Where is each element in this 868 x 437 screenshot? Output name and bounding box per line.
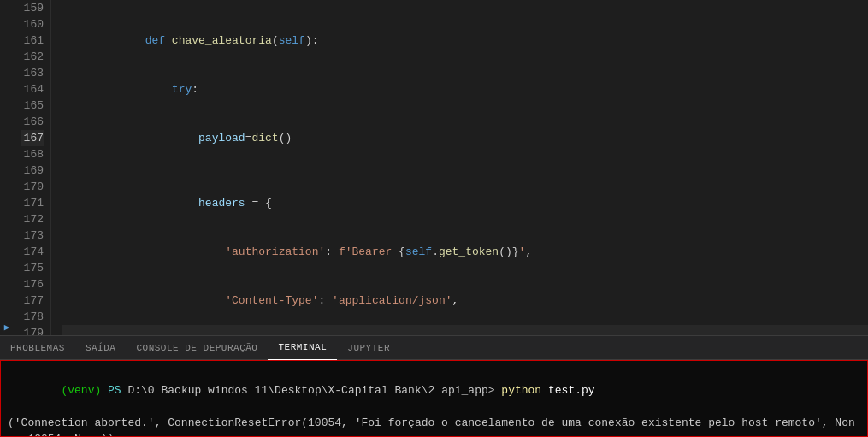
- code-line-164: headers = {: [62, 179, 868, 227]
- terminal-content[interactable]: (venv) PS D:\0 Backup windos 11\Desktop\…: [0, 360, 868, 437]
- panel-tabs: PROBLEMAS SAÍDA CONSOLE DE DEPURAÇÃO TER…: [0, 336, 868, 360]
- tab-console[interactable]: CONSOLE DE DEPURAÇÃO: [126, 336, 268, 360]
- code-line-159: [62, 0, 868, 16]
- editor-container: ▶ 159 160 161 162 163 164 165 166 167 16…: [0, 0, 868, 437]
- code-line-165: 'authorization': f'Bearer {self.get_toke…: [62, 227, 868, 276]
- code-line-161: try:: [62, 65, 868, 114]
- code-line-162: payload=dict(): [62, 114, 868, 162]
- left-gutter: ▶: [0, 0, 14, 335]
- code-area: ▶ 159 160 161 162 163 164 165 166 167 16…: [0, 0, 868, 335]
- tab-saida[interactable]: SAÍDA: [75, 336, 127, 360]
- code-line-163: [62, 162, 868, 179]
- line-numbers: 159 160 161 162 163 164 165 166 167 168 …: [14, 0, 51, 335]
- code-line-166: 'Content-Type': 'application/json',: [62, 276, 868, 325]
- terminal-line-1: (venv) PS D:\0 Backup windos 11\Desktop\…: [8, 366, 860, 415]
- code-line-167: 'x-client-cert-pem': self.certificado,: [62, 325, 868, 335]
- code-content[interactable]: def chave_aleatoria(self): try: payload=…: [51, 0, 868, 335]
- bottom-panel: PROBLEMAS SAÍDA CONSOLE DE DEPURAÇÃO TER…: [0, 335, 868, 437]
- tab-jupyter[interactable]: JUPYTER: [337, 336, 400, 360]
- code-line-160: def chave_aleatoria(self):: [62, 16, 868, 65]
- tab-problemas[interactable]: PROBLEMAS: [0, 336, 75, 360]
- tab-terminal[interactable]: TERMINAL: [268, 336, 337, 360]
- terminal-line-2: ('Connection aborted.', ConnectionResetE…: [8, 415, 860, 437]
